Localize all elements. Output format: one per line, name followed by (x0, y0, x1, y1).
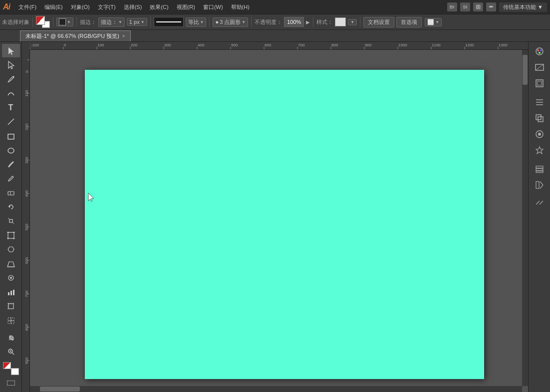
tool-pencil[interactable] (2, 172, 20, 185)
svg-point-96 (540, 49, 542, 51)
doc-setup-button[interactable]: 文档设置 (363, 17, 394, 27)
left-toolbar: T (0, 42, 22, 392)
tool-select[interactable] (2, 44, 20, 57)
stroke-label: 描边： (80, 18, 96, 26)
point-shape-dropdown[interactable]: ● 3 点圆形 ▼ (213, 17, 248, 27)
menu-view[interactable]: 视图(R) (173, 2, 199, 12)
tool-artboard[interactable] (2, 299, 20, 313)
horizontal-scrollbar[interactable] (30, 386, 522, 392)
tool-shaper[interactable] (2, 243, 20, 256)
svg-line-3 (8, 119, 14, 125)
separator-3 (76, 17, 77, 27)
tool-rotate[interactable] (2, 200, 20, 213)
tool-pen[interactable] (2, 72, 20, 86)
workspace-label[interactable]: 传统基本功能 ▼ (499, 2, 547, 12)
tool-hand[interactable] (2, 330, 20, 344)
app-logo: Ai (3, 2, 10, 11)
svg-text:300: 300 (164, 43, 171, 47)
pathfinder-btn[interactable] (531, 111, 549, 126)
svg-rect-111 (536, 171, 543, 173)
svg-rect-7 (8, 192, 14, 195)
vertical-scrollbar[interactable] (522, 50, 528, 386)
grid-icon[interactable]: ⊞ (473, 2, 483, 11)
svg-text:500: 500 (24, 223, 29, 230)
tool-ellipse[interactable] (2, 143, 20, 157)
svg-text:900: 900 (365, 43, 372, 47)
svg-point-17 (13, 237, 14, 239)
stock-icon[interactable]: St (460, 2, 470, 11)
canvas-scroll-area[interactable] (30, 50, 528, 392)
stroke-align-dropdown[interactable]: 描边： ▼ (98, 17, 125, 27)
transform-panel-btn[interactable] (531, 76, 549, 91)
tool-graph[interactable] (2, 285, 20, 299)
svg-rect-24 (13, 290, 14, 295)
fill-stroke-large[interactable] (2, 361, 20, 376)
stroke-style-dropdown[interactable]: 等比 ▼ (186, 17, 207, 27)
menu-window[interactable]: 窗口(W) (200, 2, 227, 12)
svg-rect-22 (8, 292, 9, 295)
no-selection-label: 未选择对象 (2, 18, 29, 26)
tool-eraser[interactable] (2, 186, 20, 199)
svg-text:0: 0 (64, 43, 66, 47)
more-options-dropdown[interactable]: ⬜ ▼ (425, 18, 442, 26)
svg-rect-25 (8, 304, 13, 309)
tool-type[interactable]: T (2, 101, 20, 114)
svg-marker-18 (7, 262, 14, 267)
color-panel-btn[interactable] (531, 44, 549, 59)
svg-text:400: 400 (24, 190, 29, 197)
tool-paintbrush[interactable] (2, 158, 20, 171)
svg-text:900: 900 (24, 357, 29, 364)
opacity-input[interactable] (284, 17, 304, 27)
effect-btn[interactable] (531, 143, 549, 158)
tool-rect[interactable] (2, 129, 20, 143)
stroke-width-dropdown[interactable]: 1 px ▼ (127, 18, 147, 26)
align-panel-btn[interactable] (531, 95, 549, 110)
menu-help[interactable]: 帮助(H) (228, 2, 253, 12)
svg-rect-109 (536, 166, 543, 168)
menu-select[interactable]: 选择(S) (120, 2, 146, 12)
tool-curvature[interactable] (2, 86, 20, 100)
svg-marker-1 (8, 61, 14, 69)
svg-rect-4 (8, 134, 14, 139)
svg-text:1100: 1100 (432, 43, 441, 47)
props-btn[interactable] (531, 194, 549, 208)
svg-text:600: 600 (265, 43, 272, 47)
tool-line[interactable] (2, 115, 20, 128)
vertical-ruler: 0 100 200 300 400 500 600 700 80 (22, 50, 30, 392)
tool-screen-mode[interactable] (2, 377, 20, 390)
tool-direct-select[interactable] (2, 58, 20, 71)
svg-rect-40 (30, 42, 528, 50)
stroke-rect-dropdown[interactable]: ▼ (56, 17, 73, 26)
image-panel-btn[interactable] (531, 60, 549, 75)
tab-close-button[interactable]: × (122, 33, 125, 39)
tool-perspective[interactable] (2, 257, 20, 270)
style-swatch[interactable] (335, 17, 346, 26)
pen-icon[interactable]: ✒ (486, 2, 496, 11)
tool-zoom[interactable] (2, 345, 20, 358)
h-scrollbar-thumb[interactable] (40, 387, 80, 392)
tool-slice[interactable] (2, 314, 20, 327)
menu-edit[interactable]: 编辑(E) (41, 2, 66, 12)
document-tab[interactable]: 未标题-1* @ 66.67% (RGB/GPU 预览) × (20, 30, 131, 41)
svg-rect-106 (538, 117, 543, 122)
appearance-btn[interactable] (531, 127, 549, 142)
tool-scale[interactable] (2, 214, 20, 228)
menu-file[interactable]: 文件(F) (15, 2, 40, 12)
svg-text:300: 300 (24, 157, 29, 164)
menu-type[interactable]: 文字(T) (94, 2, 119, 12)
bridge-icon[interactable]: Br (447, 2, 457, 11)
layers-panel-btn[interactable] (531, 162, 549, 177)
tool-transform[interactable] (2, 228, 20, 242)
style-dropdown[interactable]: ▼ (348, 19, 357, 25)
menu-object[interactable]: 对象(O) (67, 2, 93, 12)
library-btn[interactable] (531, 178, 549, 193)
svg-rect-13 (8, 232, 14, 238)
tool-symbol[interactable] (2, 271, 20, 285)
fill-stroke-selector[interactable] (36, 16, 50, 28)
svg-rect-72 (22, 50, 30, 392)
v-scrollbar-thumb[interactable] (523, 55, 528, 85)
prefs-button[interactable]: 首选项 (396, 17, 422, 27)
menu-effect[interactable]: 效果(C) (146, 2, 172, 12)
separator-7 (313, 17, 313, 27)
svg-point-95 (537, 49, 539, 51)
